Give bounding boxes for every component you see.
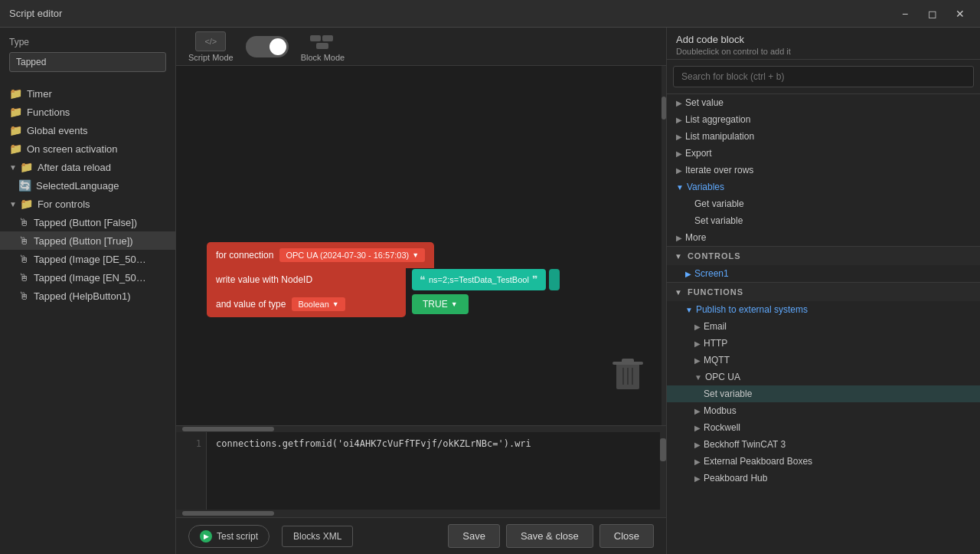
test-script-button[interactable]: ▶ Test script <box>188 525 270 548</box>
sidebar-item-tapped-image-en[interactable]: 🖱 Tapped (Image [EN_50… <box>0 268 175 287</box>
rtree-item-set-value[interactable]: ▶ Set value <box>667 94 980 111</box>
rtree-item-set-variable-opc[interactable]: Set variable <box>667 385 980 402</box>
type-input[interactable] <box>9 52 166 72</box>
section-arrow: ▼ <box>675 288 683 297</box>
sidebar-item-label: SelectedLanguage <box>36 180 119 192</box>
svg-rect-0 <box>310 35 321 41</box>
svg-rect-1 <box>322 35 333 41</box>
save-button[interactable]: Save <box>448 524 500 548</box>
sidebar-item-global-events[interactable]: 📁 Global events <box>0 121 175 139</box>
rtree-arrow: ▶ <box>694 339 701 348</box>
sidebar-item-label: Tapped (Button [False]) <box>34 217 137 228</box>
sidebar-item-tapped-helpbutton1[interactable]: 🖱 Tapped (HelpButton1) <box>0 287 175 305</box>
expand-arrow: ▼ <box>9 200 17 208</box>
minimize-button[interactable]: − <box>894 6 916 21</box>
toggle-thumb <box>270 38 286 55</box>
trash-icon <box>612 354 643 395</box>
script-mode-icon: </> <box>195 31 226 51</box>
code-content[interactable]: connections.getfromid('oi4AHK7cVuFfTFvjf… <box>207 432 660 510</box>
rtree-item-opc-ua[interactable]: ▼ OPC UA <box>667 369 980 385</box>
type-label: Type <box>0 37 175 52</box>
rtree-label: Get variable <box>694 198 744 209</box>
block-mode-icon <box>307 31 338 51</box>
rtree-label: Set variable <box>704 388 752 399</box>
block-mode-button[interactable]: Block Mode <box>301 31 345 62</box>
code-line-1: connections.getfromid('oi4AHK7cVuFfTFvjf… <box>216 438 531 449</box>
rtree-label: More <box>685 232 706 243</box>
rtree-label: Publish to external systems <box>696 304 808 315</box>
rtree-item-email[interactable]: ▶ Email <box>667 318 980 335</box>
script-mode-button[interactable]: </> Script Mode <box>188 31 234 62</box>
rtree-item-list-aggregation[interactable]: ▶ List aggregation <box>667 111 980 128</box>
rtree-item-screen1[interactable]: ▶ Screen1 <box>667 265 980 282</box>
rtree-label: Set value <box>685 97 724 108</box>
maximize-button[interactable]: ◻ <box>922 6 943 21</box>
sidebar-item-selected-language[interactable]: 🔄 SelectedLanguage <box>0 176 175 195</box>
main-layout: Type 📁 Timer 📁 Functions 📁 Global events… <box>0 28 980 554</box>
sidebar-item-timer[interactable]: 📁 Timer <box>0 84 175 103</box>
search-input[interactable] <box>673 66 974 87</box>
block-and-value: and value of type Boolean ▼ <box>207 291 406 317</box>
section-arrow: ▼ <box>675 252 683 261</box>
save-close-button[interactable]: Save & close <box>506 524 593 548</box>
connection-value: OPC UA (2024-07-30 - 16:57:03) <box>286 251 409 260</box>
line-numbers: 1 <box>176 432 207 510</box>
rtree-label: Export <box>685 148 712 159</box>
rtree-arrow: ▶ <box>676 116 682 124</box>
folder-icon: 📁 <box>20 161 33 173</box>
rtree-label: MQTT <box>704 355 730 366</box>
rtree-label: HTTP <box>704 338 727 349</box>
sidebar-item-for-controls[interactable]: ▼ 📁 For controls <box>0 195 175 213</box>
rtree-item-export[interactable]: ▶ Export <box>667 145 980 162</box>
sidebar-item-tapped-button-true[interactable]: 🖱 Tapped (Button [True]) <box>0 231 175 250</box>
close-window-button[interactable]: ✕ <box>949 6 971 21</box>
rtree-item-list-manipulation[interactable]: ▶ List manipulation <box>667 128 980 145</box>
sidebar-item-tapped-button-false[interactable]: 🖱 Tapped (Button [False]) <box>0 213 175 231</box>
rtree-item-variables[interactable]: ▼ Variables <box>667 179 980 195</box>
mode-toggle[interactable] <box>246 36 289 57</box>
rtree-arrow: ▼ <box>685 306 693 314</box>
block-icon-svg <box>309 32 336 51</box>
rtree-item-iterate-over-rows[interactable]: ▶ Iterate over rows <box>667 162 980 179</box>
rtree-item-publish-external[interactable]: ▼ Publish to external systems <box>667 301 980 318</box>
right-buttons: Save Save & close Close <box>448 524 654 548</box>
code-h-scrollbar[interactable] <box>176 510 666 517</box>
node-id-block[interactable]: ❝ ns=2;s=TestData_TestBool ❞ <box>412 269 546 290</box>
rtree-label: Modbus <box>704 405 737 416</box>
folder-icon: 📁 <box>9 106 22 118</box>
rtree-label: Screen1 <box>694 268 729 279</box>
rtree-item-mqtt[interactable]: ▶ MQTT <box>667 352 980 369</box>
cursor-icon: 🖱 <box>18 290 29 302</box>
section-label: CONTROLS <box>688 251 741 261</box>
bool-value-block[interactable]: TRUE ▼ <box>412 294 469 314</box>
rtree-item-set-variable-vars[interactable]: Set variable <box>667 212 980 229</box>
play-icon: ▶ <box>200 530 212 543</box>
svg-rect-2 <box>316 43 328 49</box>
code-h-scrollbar-top[interactable] <box>176 426 666 432</box>
code-v-scrollbar[interactable] <box>660 432 666 510</box>
rtree-item-beckhoff[interactable]: ▶ Beckhoff TwinCAT 3 <box>667 436 980 453</box>
sidebar-item-tapped-image-de[interactable]: 🖱 Tapped (Image [DE_50… <box>0 250 175 268</box>
canvas-scrollbar-v[interactable] <box>662 66 666 425</box>
sidebar-item-after-data-reload[interactable]: ▼ 📁 After data reload <box>0 158 175 176</box>
sidebar-item-on-screen-activation[interactable]: 📁 On screen activation <box>0 139 175 158</box>
sidebar-item-functions[interactable]: 📁 Functions <box>0 103 175 121</box>
rtree-arrow: ▶ <box>676 133 682 141</box>
block-write-value: write value with NodeID <box>207 268 406 291</box>
save-close-label: Save & close <box>521 530 579 542</box>
type-dropdown[interactable]: Boolean ▼ <box>292 297 345 311</box>
cursor-icon: 🖱 <box>18 253 29 265</box>
rtree-item-external-peakboard[interactable]: ▶ External Peakboard Boxes <box>667 453 980 470</box>
rtree-item-get-variable[interactable]: Get variable <box>667 195 980 212</box>
rtree-arrow: ▶ <box>694 474 701 483</box>
rtree-item-http[interactable]: ▶ HTTP <box>667 335 980 352</box>
connection-dropdown[interactable]: OPC UA (2024-07-30 - 16:57:03) ▼ <box>279 248 425 262</box>
canvas-area[interactable]: for connection OPC UA (2024-07-30 - 16:5… <box>176 66 666 425</box>
close-button[interactable]: Close <box>599 524 654 548</box>
left-buttons: ▶ Test script Blocks XML <box>188 525 353 548</box>
rtree-item-rockwell[interactable]: ▶ Rockwell <box>667 419 980 436</box>
blocks-xml-button[interactable]: Blocks XML <box>282 526 353 547</box>
rtree-item-modbus[interactable]: ▶ Modbus <box>667 402 980 419</box>
rtree-item-peakboard-hub[interactable]: ▶ Peakboard Hub <box>667 470 980 487</box>
rtree-item-more[interactable]: ▶ More <box>667 229 980 246</box>
